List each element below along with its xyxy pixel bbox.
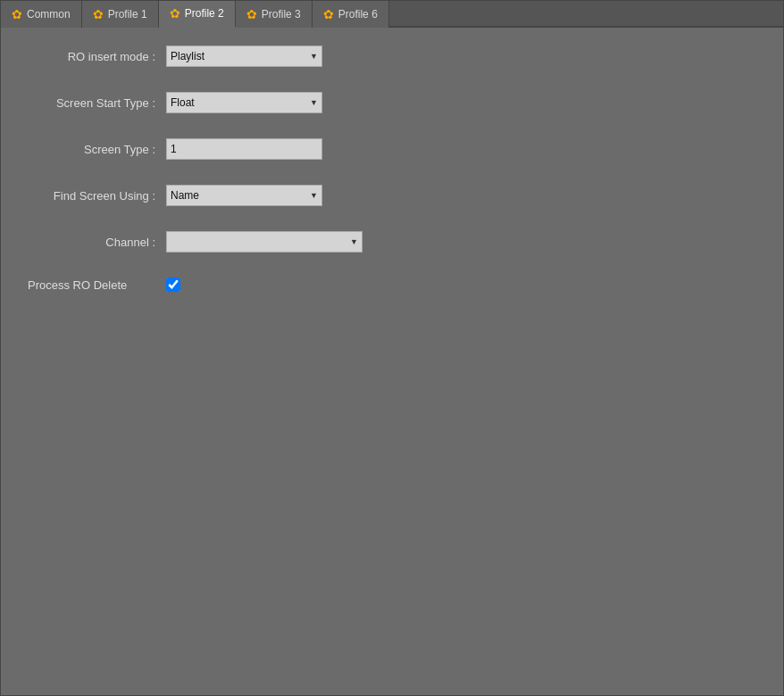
screen-type-row: Screen Type : [28, 138, 756, 160]
tab-profile3-label: Profile 3 [262, 8, 301, 21]
content-area: RO insert mode : Playlist Direct Schedul… [1, 28, 783, 695]
ro-insert-mode-label: RO insert mode : [28, 50, 166, 63]
screen-start-type-select[interactable]: Float Fixed Auto [166, 92, 322, 113]
process-ro-delete-checkbox[interactable] [166, 278, 180, 292]
process-ro-delete-row: Process RO Delete [28, 278, 756, 292]
screen-start-type-wrapper: Float Fixed Auto [166, 92, 322, 113]
screen-type-label: Screen Type : [28, 143, 166, 156]
tab-profile1-label: Profile 1 [108, 8, 147, 21]
tab-profile6-label: Profile 6 [338, 8, 378, 21]
ro-insert-mode-wrapper: Playlist Direct Schedule [166, 46, 322, 67]
tab-common-label: Common [27, 8, 71, 21]
tab-profile2-icon: ✿ [170, 6, 180, 21]
ro-insert-mode-select[interactable]: Playlist Direct Schedule [166, 46, 322, 67]
tab-bar: ✿ Common ✿ Profile 1 ✿ Profile 2 ✿ Profi… [1, 1, 783, 28]
app-window: ✿ Common ✿ Profile 1 ✿ Profile 2 ✿ Profi… [0, 0, 784, 696]
find-screen-using-select[interactable]: Name ID Type [166, 185, 322, 206]
tab-profile3-icon: ✿ [246, 7, 257, 21]
process-ro-delete-label: Process RO Delete [28, 278, 166, 292]
find-screen-using-label: Find Screen Using : [28, 189, 166, 203]
channel-row: Channel : [28, 231, 756, 253]
tab-common[interactable]: ✿ Common [1, 1, 82, 28]
screen-start-type-label: Screen Start Type : [28, 96, 166, 110]
find-screen-using-row: Find Screen Using : Name ID Type [28, 185, 756, 206]
tab-profile3[interactable]: ✿ Profile 3 [236, 1, 313, 28]
ro-insert-mode-row: RO insert mode : Playlist Direct Schedul… [28, 46, 756, 67]
channel-wrapper [166, 231, 363, 253]
tab-common-icon: ✿ [12, 7, 22, 21]
tab-profile1[interactable]: ✿ Profile 1 [82, 1, 159, 28]
tab-profile2-label: Profile 2 [185, 7, 224, 20]
screen-type-input[interactable] [166, 138, 322, 160]
channel-label: Channel : [28, 236, 166, 249]
tab-profile1-icon: ✿ [93, 7, 104, 21]
process-ro-delete-wrapper [166, 278, 180, 292]
tab-profile6-icon: ✿ [323, 7, 334, 21]
channel-select[interactable] [166, 231, 363, 253]
screen-start-type-row: Screen Start Type : Float Fixed Auto [28, 92, 756, 113]
tab-profile2[interactable]: ✿ Profile 2 [159, 1, 236, 28]
tab-profile6[interactable]: ✿ Profile 6 [313, 1, 389, 28]
find-screen-using-wrapper: Name ID Type [166, 185, 322, 206]
